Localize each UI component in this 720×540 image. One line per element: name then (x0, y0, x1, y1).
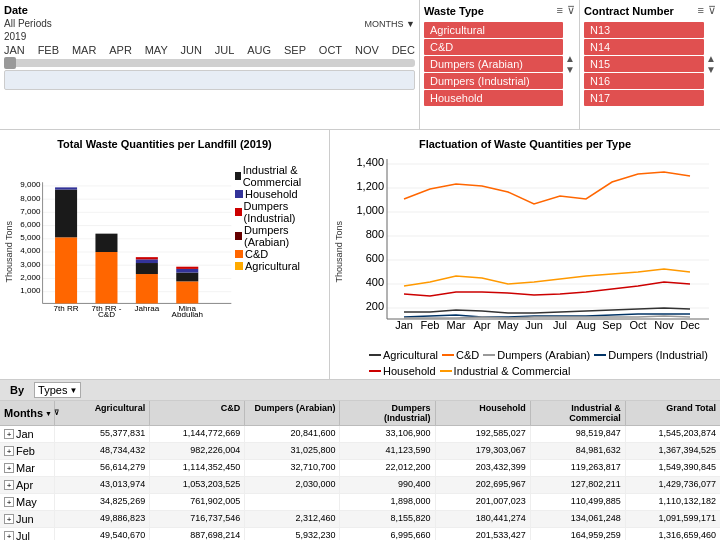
months-toggle[interactable]: MONTHS ▼ (365, 19, 415, 29)
table-toolbar: By Types ▼ (0, 380, 720, 401)
cell-dumpers-industrial: 1,898,000 (340, 494, 435, 510)
cell-dumpers-arabian: 32,710,700 (245, 460, 340, 476)
cell-industrial: 110,499,885 (531, 494, 626, 510)
waste-panel-header: Waste Type ≡ ⊽ (424, 4, 575, 17)
svg-rect-23 (55, 187, 77, 189)
date-slider-track[interactable] (4, 59, 415, 67)
contract-scroll-down[interactable]: ▼ (706, 64, 716, 75)
table-row: + May 34,825,269 761,902,005 1,898,000 2… (0, 494, 720, 511)
cell-month-value: Feb (16, 445, 35, 457)
waste-scroll-up[interactable]: ▲ (565, 53, 575, 64)
row-expand-btn[interactable]: + (4, 531, 14, 540)
contract-panel-icons: ≡ ⊽ (698, 4, 716, 17)
svg-text:Jan: Jan (395, 319, 413, 331)
cell-month: + Jun (0, 511, 55, 527)
types-dropdown-arrow[interactable]: ▼ (69, 386, 77, 395)
legend-dumpers-arabian: Dumpers (Arabian) (235, 224, 325, 248)
col-header-household: Household (436, 401, 531, 425)
cell-industrial: 127,802,211 (531, 477, 626, 493)
contract-list: N13 N14 N15 N16 N17 ▲ ▼ (584, 21, 716, 107)
bar-chart-legend: Industrial & Commercial Household Dumper… (235, 154, 325, 349)
svg-rect-27 (136, 263, 158, 274)
contract-tag-n14[interactable]: N14 (584, 39, 704, 55)
bar-chart-container: Total Waste Quantities per Landfill (201… (0, 130, 330, 379)
row-expand-btn[interactable]: + (4, 514, 14, 524)
waste-tag-household[interactable]: Household (424, 90, 563, 106)
svg-text:1,200: 1,200 (356, 180, 384, 192)
waste-tag-dumpers-arabian[interactable]: Dumpers (Arabian) (424, 56, 563, 72)
table-row: + Jun 49,886,823 716,737,546 2,312,460 8… (0, 511, 720, 528)
svg-rect-33 (176, 267, 198, 269)
svg-text:Sep: Sep (602, 319, 622, 331)
svg-rect-24 (95, 252, 117, 303)
row-expand-btn[interactable]: + (4, 446, 14, 456)
cell-cd: 887,698,214 (150, 528, 245, 540)
cell-month: + May (0, 494, 55, 510)
contract-panel-header: Contract Number ≡ ⊽ (584, 4, 716, 17)
cell-grand-total: 1,429,736,077 (626, 477, 720, 493)
period-value[interactable]: All Periods (4, 18, 52, 29)
row-expand-btn[interactable]: + (4, 497, 14, 507)
cell-industrial: 119,263,817 (531, 460, 626, 476)
months-dropdown-arrow[interactable]: ▼ (45, 410, 52, 417)
cell-household: 201,533,427 (436, 528, 531, 540)
waste-filter-icon[interactable]: ≡ (557, 4, 563, 17)
filter-section: Date All Periods MONTHS ▼ 2019 JAN FEB M… (0, 0, 720, 130)
date-range-bar[interactable] (4, 70, 415, 90)
waste-tag-agricultural[interactable]: Agricultural (424, 22, 563, 38)
svg-text:4,000: 4,000 (20, 246, 41, 255)
contract-tag-n13[interactable]: N13 (584, 22, 704, 38)
row-expand-btn[interactable]: + (4, 480, 14, 490)
line-chart-y-label: Thousand Tons (334, 221, 350, 282)
contract-tag-n17[interactable]: N17 (584, 90, 704, 106)
cell-agricultural: 49,540,670 (55, 528, 150, 540)
contract-tag-n15[interactable]: N15 (584, 56, 704, 72)
types-dropdown[interactable]: Types ▼ (34, 382, 81, 398)
months-row: JAN FEB MAR APR MAY JUN JUL AUG SEP OCT … (4, 44, 415, 56)
cell-month: + Apr (0, 477, 55, 493)
waste-scroll-down[interactable]: ▼ (565, 64, 575, 75)
col-header-cd: C&D (150, 401, 245, 425)
line-chart-title: Flactuation of Waste Quantities per Type (334, 138, 716, 150)
svg-text:3,000: 3,000 (20, 260, 41, 269)
waste-tag-dumpers-industrial[interactable]: Dumpers (Industrial) (424, 73, 563, 89)
cell-grand-total: 1,367,394,525 (626, 443, 720, 459)
line-legend-dumpers-arabian: Dumpers (Arabian) (483, 349, 590, 361)
cell-household: 180,441,274 (436, 511, 531, 527)
cell-cd: 982,226,004 (150, 443, 245, 459)
cell-cd: 761,902,005 (150, 494, 245, 510)
row-expand-btn[interactable]: + (4, 429, 14, 439)
svg-text:Nov: Nov (654, 319, 674, 331)
contract-filter-icon[interactable]: ≡ (698, 4, 704, 17)
table-header: Months ▼ ⊽ Agricultural C&D Dumpers (Ara… (0, 401, 720, 426)
svg-text:600: 600 (366, 252, 384, 264)
cell-household: 179,303,067 (436, 443, 531, 459)
cell-household: 192,585,027 (436, 426, 531, 442)
col-header-grand-total: Grand Total (626, 401, 720, 425)
line-legend-agricultural: Agricultural (369, 349, 438, 361)
contract-scroll-up[interactable]: ▲ (706, 53, 716, 64)
cell-household: 202,695,967 (436, 477, 531, 493)
svg-text:Jahraa: Jahraa (135, 304, 160, 313)
waste-tag-cd[interactable]: C&D (424, 39, 563, 55)
cell-agricultural: 34,825,269 (55, 494, 150, 510)
date-slider-handle[interactable] (4, 57, 16, 69)
cell-cd: 1,114,352,450 (150, 460, 245, 476)
svg-text:9,000: 9,000 (20, 180, 41, 189)
cell-grand-total: 1,316,659,460 (626, 528, 720, 540)
cell-household: 203,432,399 (436, 460, 531, 476)
cell-household: 201,007,023 (436, 494, 531, 510)
contract-tag-n16[interactable]: N16 (584, 73, 704, 89)
month-mar: MAR (72, 44, 96, 56)
contract-sort-icon[interactable]: ⊽ (708, 4, 716, 17)
cell-dumpers-arabian: 5,932,230 (245, 528, 340, 540)
line-legend-industrial: Industrial & Commercial (440, 365, 571, 377)
waste-sort-icon[interactable]: ⊽ (567, 4, 575, 17)
row-expand-btn[interactable]: + (4, 463, 14, 473)
table-row: + Mar 56,614,279 1,114,352,450 32,710,70… (0, 460, 720, 477)
month-may: MAY (145, 44, 168, 56)
cell-dumpers-industrial: 41,123,590 (340, 443, 435, 459)
cell-month-value: Apr (16, 479, 33, 491)
month-nov: NOV (355, 44, 379, 56)
line-legend-household: Household (369, 365, 436, 377)
